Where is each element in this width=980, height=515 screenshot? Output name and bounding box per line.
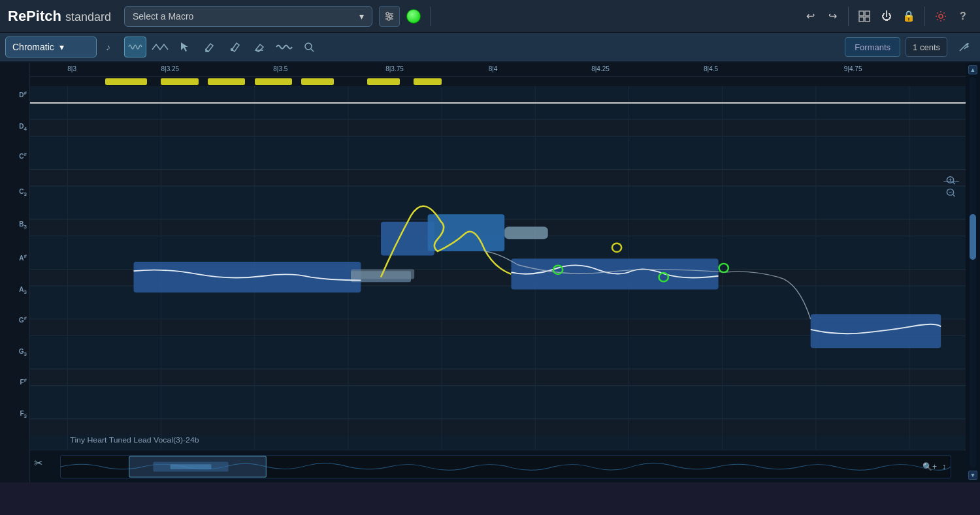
help-button[interactable]: ? <box>954 7 972 25</box>
cut-icon[interactable]: ✂ <box>34 457 42 469</box>
waveform-icon <box>127 40 143 54</box>
svg-rect-22 <box>30 186 966 219</box>
app-title: RePitch standard <box>8 8 111 25</box>
svg-rect-29 <box>30 369 966 385</box>
macro-label: Select a Macro <box>133 11 193 22</box>
eraser-icon <box>253 41 265 53</box>
toolbar: Chromatic ▾ ♪ <box>0 33 980 63</box>
note-F3: F3 <box>20 410 27 419</box>
note-B3: B3 <box>19 221 27 230</box>
pen-btn[interactable] <box>223 37 246 57</box>
macro-select[interactable]: Select a Macro ▾ <box>124 6 372 27</box>
note-handle-1 <box>504 226 547 239</box>
toolbar-right: Formants 1 cents <box>845 37 975 57</box>
note-icon: ♪ <box>104 40 117 54</box>
yellow-marker-4 <box>255 78 292 85</box>
power-button[interactable]: ⏻ <box>877 7 896 25</box>
note-G#: G# <box>19 315 27 324</box>
scroll-down-btn[interactable]: ▼ <box>968 471 977 480</box>
pencil-icon <box>204 41 216 53</box>
scale-select[interactable]: Chromatic ▾ <box>5 37 97 57</box>
svg-point-10 <box>939 14 943 18</box>
note-mode-btn[interactable]: ♪ <box>99 37 122 57</box>
track-label-text: Tiny Heart Tuned Lead Vocal(3)-24b <box>70 435 199 444</box>
time-8-4.5: 8|4.5 <box>704 65 718 72</box>
svg-line-15 <box>311 49 314 52</box>
note-F#: F# <box>20 377 27 386</box>
piano-keys: D# D4 C# C3 B3 A# A3 G# G3 F# F3 <box>0 63 30 482</box>
scroll-track <box>970 77 976 468</box>
scroll-up-btn[interactable]: ▲ <box>968 65 977 74</box>
yellow-marker-7 <box>414 78 442 85</box>
redo-button[interactable]: ↪ <box>823 7 841 25</box>
svg-rect-8 <box>859 17 864 22</box>
yellow-marker-3 <box>208 78 245 85</box>
zoom-in-btn[interactable]: 🔍+ <box>923 462 937 471</box>
scale-label: Chromatic <box>12 42 54 52</box>
note-A#: A# <box>19 253 27 262</box>
divider-1 <box>430 7 431 26</box>
note-C3: C3 <box>19 188 27 197</box>
active-indicator <box>406 9 421 23</box>
scale-arrow: ▾ <box>59 42 64 52</box>
top-bar: RePitch standard Select a Macro ▾ ↩ ↪ <box>0 0 980 33</box>
grid-container: 8|3 8|3.25 8|3.5 8|3.75 8|4 8|4.25 8|4.5… <box>30 63 966 482</box>
sliders-icon <box>384 11 395 22</box>
settings-icon-btn[interactable] <box>932 7 950 25</box>
svg-text:♪: ♪ <box>106 42 110 52</box>
svg-rect-19 <box>30 119 966 136</box>
undo-button[interactable]: ↩ <box>801 7 819 25</box>
grid-button[interactable] <box>855 7 874 25</box>
pencil-btn[interactable] <box>199 37 221 57</box>
main-area: D# D4 C# C3 B3 A# A3 G# G3 F# F3 8|3 8|3… <box>0 63 980 482</box>
vibrato-btn[interactable] <box>273 37 295 57</box>
note-D4: D4 <box>19 123 27 132</box>
eraser-btn[interactable] <box>248 37 270 57</box>
lock-button[interactable]: 🔒 <box>900 7 918 25</box>
svg-point-12 <box>231 49 233 51</box>
yellow-marker-1 <box>105 78 147 85</box>
gear-icon <box>935 10 947 22</box>
time-8-4.25: 8|4.25 <box>591 65 610 72</box>
app-name-repitch: RePitch <box>8 8 61 25</box>
zoom-wave-btn[interactable]: ↕ <box>942 462 946 471</box>
macro-settings-btn[interactable] <box>379 6 400 27</box>
vibrato-icon <box>275 40 293 54</box>
note-D#: D# <box>19 90 27 99</box>
svg-point-4 <box>389 15 392 18</box>
bottom-right-icons: 🔍+ ↕ <box>923 462 946 471</box>
grid-svg: Tiny Heart Tuned Lead Vocal(3)-24b <box>30 86 966 450</box>
svg-point-3 <box>386 12 389 15</box>
formants-button[interactable]: Formants <box>845 37 900 57</box>
waveform-btn[interactable] <box>124 37 146 57</box>
scroll-thumb[interactable] <box>970 214 976 260</box>
track-label-bar: ✂ 🔍+ ↕ <box>30 450 966 482</box>
svg-point-5 <box>387 18 390 20</box>
svg-rect-6 <box>859 11 864 16</box>
magnify-btn[interactable] <box>298 37 320 57</box>
yellow-marker-6 <box>367 78 400 85</box>
svg-rect-21 <box>30 169 966 185</box>
cents-display: 1 cents <box>906 37 947 57</box>
time-8-3: 8|3 <box>67 65 76 72</box>
toolbar-settings-btn[interactable] <box>953 37 975 57</box>
svg-rect-30 <box>30 386 966 419</box>
timeline: 8|3 8|3.25 8|3.5 8|3.75 8|4 8|4.25 8|4.5… <box>30 63 966 77</box>
grid-icon <box>858 10 870 22</box>
envelope-icon <box>151 40 169 54</box>
envelope-btn[interactable] <box>149 37 171 57</box>
divider-3 <box>924 7 925 26</box>
yellow-marker-2 <box>161 78 198 85</box>
note-C#: C# <box>19 151 27 160</box>
note-A3: A3 <box>19 286 27 295</box>
note-G3: G3 <box>19 348 27 357</box>
yellow-marker-5 <box>301 78 334 85</box>
svg-rect-66 <box>129 456 267 477</box>
svg-rect-31 <box>30 419 966 435</box>
cursor-icon <box>179 41 191 53</box>
divider-2 <box>848 7 849 26</box>
time-8-3.5: 8|3.5 <box>273 65 287 72</box>
top-right-icons: ↩ ↪ ⏻ 🔒 ? <box>801 7 972 26</box>
pointer-btn[interactable] <box>174 37 196 57</box>
note-block-3[interactable] <box>381 222 434 256</box>
